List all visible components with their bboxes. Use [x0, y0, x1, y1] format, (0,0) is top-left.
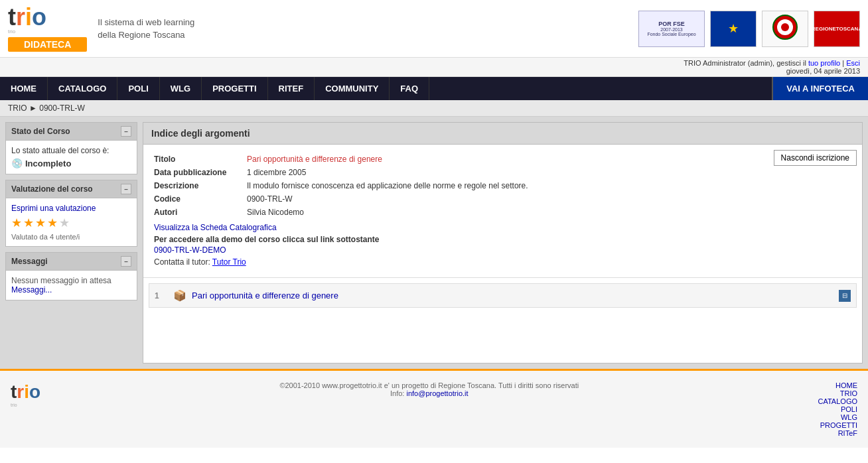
course-item-num: 1 — [155, 291, 168, 300]
valutazione-body: Esprimi una valutazione ★ ★ ★ ★ ★ Valuta… — [6, 198, 137, 246]
tagline-line2: della Regione Toscana — [98, 29, 194, 42]
breadcrumb-home[interactable]: TRIO — [8, 103, 27, 113]
valutazione-collapse-btn[interactable]: – — [121, 184, 131, 194]
regione-toscana-logo: REGIONE TOSCANA — [814, 11, 860, 47]
messaggi-link[interactable]: Messaggi... — [11, 285, 52, 295]
info-row-data: Data pubblicazione 1 dicembre 2005 — [154, 166, 851, 179]
footer-info-label: Info: — [390, 389, 404, 397]
data-label: Data pubblicazione — [154, 168, 247, 177]
valutato-text: Valutato da 4 utente/i — [11, 233, 131, 241]
valutazione-header-label: Valutazione del corso — [11, 184, 93, 194]
footer-logo-t: t — [11, 381, 17, 402]
star-3: ★ — [35, 216, 46, 230]
stato-text: Lo stato attuale del corso è: — [11, 146, 131, 155]
vai-infoteca-button[interactable]: VAI A INFOTECA — [772, 77, 868, 100]
footer-link-catalogo[interactable]: CATALOGO — [818, 397, 858, 405]
content-header: Indice degli argomenti — [143, 123, 862, 145]
footer-link-progetti[interactable]: PROGETTI — [818, 421, 858, 429]
breadcrumb-separator: ► — [29, 103, 39, 113]
nascondi-btn[interactable]: Nascondi iscrizione — [774, 150, 857, 166]
info-table: Titolo Pari opportunità e differenze di … — [154, 153, 851, 219]
svg-point-2 — [781, 23, 789, 31]
messaggi-collapse-btn[interactable]: – — [121, 256, 131, 267]
desc-label: Descrizione — [154, 181, 247, 190]
tutor-link[interactable]: Tutor Trio — [212, 257, 246, 267]
nav-progetti[interactable]: PROGETTI — [202, 77, 267, 100]
stato-header: Stato del Corso – — [6, 123, 137, 141]
info-row-codice: Codice 0900-TRL-W — [154, 192, 851, 206]
messaggi-text: Nessun messaggio in attesa — [11, 276, 131, 285]
disk-icon: 💿 — [11, 158, 23, 168]
footer-logo-reflection: trio — [11, 403, 40, 407]
codice-label: Codice — [154, 194, 247, 204]
por-fse-logo: POR FSE 2007-2013 Fondo Sociale Europeo — [638, 11, 705, 47]
desc-value: Il modulo fornisce conoscenza ed applica… — [247, 181, 851, 190]
info-row-autori: Autori Silvia Nicodemo — [154, 206, 851, 219]
footer-logo-o: o — [29, 381, 40, 402]
footer: trio trio ©2001-2010 www.progettotrio.it… — [0, 369, 868, 448]
titolo-value: Pari opportunità e differenze di genere — [247, 155, 851, 164]
nav-home[interactable]: HOME — [0, 77, 48, 100]
logo-t: t — [8, 3, 16, 31]
stato-section: Stato del Corso – Lo stato attuale del c… — [5, 122, 137, 174]
valutazione-link[interactable]: Esprimi una valutazione — [11, 204, 131, 213]
stato-body: Lo stato attuale del corso è: 💿 Incomple… — [6, 141, 137, 174]
main-layout: Stato del Corso – Lo stato attuale del c… — [0, 117, 868, 369]
course-item-link[interactable]: Pari opportunità e differenze di genere — [192, 291, 833, 300]
republic-logo — [762, 11, 808, 47]
footer-link-home[interactable]: HOME — [818, 381, 858, 389]
topbar: TRIO Administrator (admin), gestisci il … — [0, 58, 868, 77]
header-logos: POR FSE 2007-2013 Fondo Sociale Europeo … — [638, 11, 860, 47]
logo-r: r — [16, 3, 25, 31]
nav-items: HOME CATALOGO POLI WLG PROGETTI RITeF CO… — [0, 77, 429, 100]
footer-copyright: ©2001-2010 www.progettotrio.it e' un pro… — [279, 381, 579, 389]
footer-logo-text: trio — [11, 381, 40, 403]
nav-wlg[interactable]: WLG — [160, 77, 202, 100]
course-item-expand-btn[interactable]: ⊟ — [839, 290, 851, 302]
nav-poli[interactable]: POLI — [117, 77, 159, 100]
content-area: Indice degli argomenti Nascondi iscrizio… — [143, 122, 863, 364]
didateca-badge: DIDATECA — [8, 37, 87, 52]
footer-center: ©2001-2010 www.progettotrio.it e' un pro… — [279, 381, 579, 397]
messaggi-body: Nessun messaggio in attesa Messaggi... — [6, 271, 137, 300]
star-5: ★ — [59, 216, 70, 230]
demo-link[interactable]: 0900-TRL-W-DEMO — [154, 245, 851, 255]
footer-link-wlg[interactable]: WLG — [818, 413, 858, 421]
autori-label: Autori — [154, 208, 247, 217]
nav-catalogo[interactable]: CATALOGO — [48, 77, 117, 100]
titolo-label: Titolo — [154, 155, 247, 164]
logo-i: i — [25, 3, 32, 31]
messaggi-header: Messaggi – — [6, 253, 137, 271]
scheda-link[interactable]: Visualizza la Scheda Catalografica — [154, 223, 851, 232]
nav-faq[interactable]: FAQ — [390, 77, 429, 100]
footer-link-ritef[interactable]: RITeF — [818, 429, 858, 437]
stato-collapse-btn[interactable]: – — [121, 126, 131, 137]
star-4: ★ — [47, 216, 58, 230]
logo: trio trio DIDATECA — [8, 5, 87, 52]
topbar-exit-link[interactable]: Esci — [846, 59, 860, 67]
footer-email-link[interactable]: info@progettotrio.it — [406, 389, 468, 397]
footer-logo-i: i — [24, 381, 29, 402]
data-value: 1 dicembre 2005 — [247, 168, 851, 177]
footer-link-trio[interactable]: TRIO — [818, 389, 858, 397]
course-list-item: 1 📦 Pari opportunità e differenze di gen… — [149, 283, 857, 308]
valutazione-header: Valutazione del corso – — [6, 180, 137, 198]
stato-value: 💿 Incompleto — [11, 158, 131, 168]
nav-ritef[interactable]: RITeF — [268, 77, 315, 100]
stato-label: Incompleto — [25, 159, 71, 168]
footer-logo-r: r — [17, 381, 24, 402]
stars-container: ★ ★ ★ ★ ★ — [11, 216, 131, 230]
tutor-text: Contatta il tutor: Tutor Trio — [154, 257, 851, 267]
course-item-icon: 📦 — [173, 289, 186, 302]
topbar-profile-link[interactable]: tuo profilo — [808, 59, 840, 67]
info-row-titolo: Titolo Pari opportunità e differenze di … — [154, 153, 851, 166]
messaggi-header-label: Messaggi — [11, 257, 48, 266]
navbar: HOME CATALOGO POLI WLG PROGETTI RITeF CO… — [0, 77, 868, 100]
logo-reflection: trio — [8, 29, 15, 34]
demo-text: Per accedere alla demo del corso clicca … — [154, 235, 851, 244]
eu-logo: ★ — [710, 11, 757, 47]
footer-link-poli[interactable]: POLI — [818, 405, 858, 413]
info-row-desc: Descrizione Il modulo fornisce conoscenz… — [154, 179, 851, 192]
tagline-line1: Il sistema di web learning — [98, 16, 194, 29]
nav-community[interactable]: COMMUNITY — [315, 77, 390, 100]
